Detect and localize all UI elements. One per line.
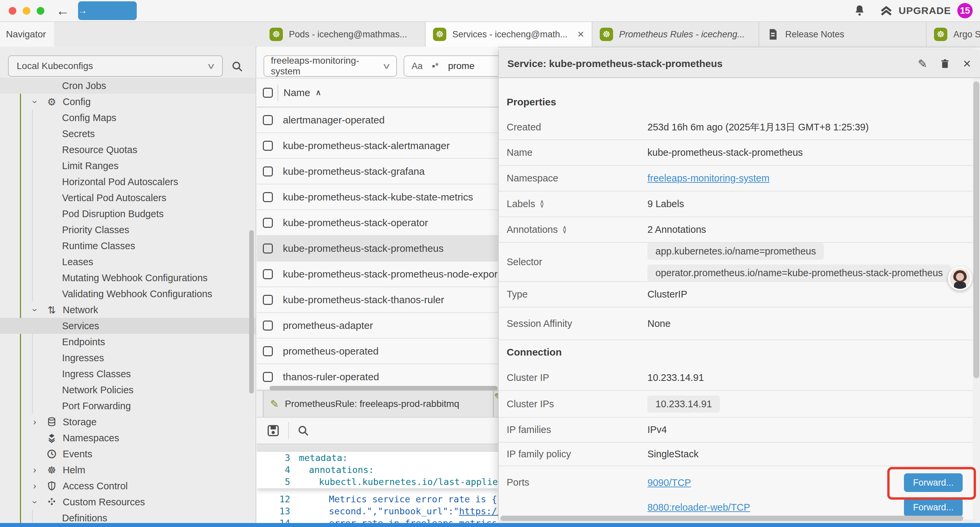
sidebar-item-endpoints[interactable]: Endpoints xyxy=(0,334,256,350)
sidebar-item-validating-webhook-configurations[interactable]: Validating Webhook Configurations xyxy=(0,286,256,302)
row-checkbox[interactable] xyxy=(263,141,273,151)
tab-release-notes[interactable]: Release Notes xyxy=(759,22,926,47)
row-checkbox[interactable] xyxy=(263,244,273,253)
table-row[interactable]: alertmanager-operated xyxy=(257,107,498,133)
table-row[interactable]: kube-prometheus-stack-prometheus-node-ex… xyxy=(257,261,498,287)
table-row[interactable]: kube-prometheus-stack-alertmanager xyxy=(257,133,498,159)
sidebar-item-access-control[interactable]: › Access Control xyxy=(0,478,256,494)
maximize-window-button[interactable] xyxy=(37,7,45,15)
row-checkbox[interactable] xyxy=(263,115,273,125)
sidebar-item-config-maps[interactable]: Config Maps xyxy=(0,110,256,126)
back-icon[interactable]: ← xyxy=(56,2,69,20)
chevron-down-icon[interactable]: › xyxy=(30,496,40,508)
runbook-url-link[interactable]: https://net xyxy=(459,506,498,516)
sidebar-item-cron-jobs[interactable]: Cron Jobs xyxy=(0,78,256,94)
sidebar-item-namespaces[interactable]: Namespaces xyxy=(0,430,256,446)
expand-toggle-icon[interactable]: ∧∨ xyxy=(540,201,544,207)
tab-services[interactable]: ☸ Services - icecheng@math... ✕ xyxy=(425,22,592,47)
sidebar-item-config[interactable]: › ⚙ Config xyxy=(0,94,256,110)
sidebar-item-custom-resources[interactable]: › Custom Resources xyxy=(0,494,256,510)
sidebar-item-vertical-pod-autoscalers[interactable]: Vertical Pod Autoscalers xyxy=(0,190,256,206)
sidebar-item-secrets[interactable]: Secrets xyxy=(0,126,256,142)
notification-count-badge[interactable]: 15 xyxy=(957,3,973,18)
dock-tab-partial[interactable]: ✎ xyxy=(493,391,498,417)
sidebar-item-horizontal-pod-autoscalers[interactable]: Horizontal Pod Autoscalers xyxy=(0,174,256,190)
sidebar-item-port-forwarding[interactable]: Port Forwarding xyxy=(0,398,256,414)
select-all-checkbox[interactable] xyxy=(263,88,273,98)
sidebar-search-icon[interactable] xyxy=(231,60,243,73)
table-row[interactable]: kube-prometheus-stack-grafana xyxy=(257,159,498,185)
sidebar-item-helm[interactable]: › ☸ Helm xyxy=(0,462,256,478)
table-row[interactable]: prometheus-adapter xyxy=(257,313,498,339)
chevron-right-icon[interactable]: › xyxy=(29,481,41,491)
chevron-down-icon[interactable]: › xyxy=(30,96,40,108)
row-checkbox[interactable] xyxy=(263,218,273,228)
user-avatar[interactable] xyxy=(948,266,972,291)
tab-prometheus-rules[interactable]: ☸ Prometheus Rules - icecheng... xyxy=(592,22,759,47)
match-case-toggle[interactable]: Aa xyxy=(412,61,423,72)
kubeconfig-select[interactable]: Local Kubeconfigs ∨ xyxy=(8,56,223,77)
sidebar-item-limit-ranges[interactable]: Limit Ranges xyxy=(0,158,256,174)
regex-toggle[interactable]: ▪* xyxy=(432,61,439,72)
sidebar-item-events[interactable]: Events xyxy=(0,446,256,462)
yaml-editor[interactable]: 3metadata: 4annotations: 5kubectl.kubern… xyxy=(257,452,498,527)
row-checkbox[interactable] xyxy=(263,320,273,331)
close-icon[interactable]: ✕ xyxy=(963,58,971,70)
port-link-8080[interactable]: 8080:reloader-web/TCP xyxy=(648,502,750,513)
sidebar-item-pod-disruption-budgets[interactable]: Pod Disruption Budgets xyxy=(0,206,256,222)
row-checkbox[interactable] xyxy=(263,372,273,382)
minimize-window-button[interactable] xyxy=(23,7,30,15)
table-horizontal-scrollbar[interactable] xyxy=(269,386,498,390)
sidebar-item-services[interactable]: Services xyxy=(0,318,256,334)
column-header-name[interactable]: Name xyxy=(283,87,310,99)
drawer-scrollbar-thumb[interactable] xyxy=(973,81,979,378)
edit-pencil-icon[interactable]: ✎ xyxy=(918,57,928,70)
sidebar-item-storage[interactable]: › Storage xyxy=(0,414,256,430)
table-row-selected[interactable]: kube-prometheus-stack-prometheus xyxy=(257,236,498,261)
sort-ascending-icon[interactable]: ∧ xyxy=(315,88,321,97)
namespace-link[interactable]: freeleaps-monitoring-system xyxy=(648,173,770,184)
close-tab-icon[interactable]: ✕ xyxy=(577,29,584,40)
forward-icon[interactable]: → xyxy=(78,2,137,20)
sidebar-item-ingresses[interactable]: Ingresses xyxy=(0,350,256,366)
tab-pods[interactable]: ☸ Pods - icecheng@mathmas... xyxy=(262,22,425,47)
navigator-panel-tab[interactable]: Navigator xyxy=(0,22,54,47)
row-checkbox[interactable] xyxy=(263,346,273,356)
drawer-scrollbar-track[interactable] xyxy=(973,78,980,520)
delete-trash-icon[interactable] xyxy=(939,57,951,70)
table-row[interactable]: kube-prometheus-stack-kube-state-metrics xyxy=(257,185,498,210)
dock-tab-prometheusrule[interactable]: ✎ PrometheusRule: freeleaps-prod-rabbitm… xyxy=(263,391,494,417)
sidebar-item-ingress-classes[interactable]: Ingress Classes xyxy=(0,366,256,382)
close-window-button[interactable] xyxy=(9,7,16,15)
row-checkbox[interactable] xyxy=(263,295,273,305)
sidebar-item-resource-quotas[interactable]: Resource Quotas xyxy=(0,142,256,158)
list-search-input[interactable]: Aa ▪* prome xyxy=(404,56,498,77)
chevron-right-icon[interactable]: › xyxy=(29,417,41,427)
editor-search-icon[interactable] xyxy=(297,424,310,437)
upgrade-chevrons-icon[interactable] xyxy=(879,4,893,18)
sidebar-item-network-policies[interactable]: Network Policies xyxy=(0,382,256,398)
table-row[interactable]: kube-prometheus-stack-operator xyxy=(257,210,498,236)
sidebar-item-runtime-classes[interactable]: Runtime Classes xyxy=(0,238,256,254)
row-checkbox[interactable] xyxy=(263,166,273,177)
expand-toggle-icon[interactable]: ∧∨ xyxy=(562,226,566,233)
table-row[interactable]: prometheus-operated xyxy=(257,339,498,364)
port-link-9090[interactable]: 9090/TCP xyxy=(648,477,691,488)
chevron-right-icon[interactable]: › xyxy=(29,465,41,475)
sidebar-scrollbar[interactable] xyxy=(249,230,254,393)
save-icon[interactable] xyxy=(266,424,280,438)
sidebar-item-priority-classes[interactable]: Priority Classes xyxy=(0,222,256,238)
sidebar-item-network[interactable]: › ⇅ Network xyxy=(0,302,256,318)
namespace-filter-select[interactable]: freeleaps-monitoring-system ∨ xyxy=(264,56,397,77)
forward-button[interactable]: Forward... xyxy=(904,498,963,517)
notifications-bell-icon[interactable] xyxy=(853,4,867,18)
sidebar-item-leases[interactable]: Leases xyxy=(0,254,256,270)
drawer-horizontal-scrollbar[interactable] xyxy=(500,516,963,521)
upgrade-label[interactable]: UPGRADE xyxy=(899,5,951,16)
table-row[interactable]: kube-prometheus-stack-thanos-ruler xyxy=(257,287,498,313)
row-checkbox[interactable] xyxy=(263,192,273,202)
tab-argo[interactable]: ☸ Argo Se xyxy=(926,22,980,47)
row-checkbox[interactable] xyxy=(263,269,273,279)
sidebar-item-mutating-webhook-configurations[interactable]: Mutating Webhook Configurations xyxy=(0,270,256,286)
chevron-down-icon[interactable]: › xyxy=(30,304,40,316)
